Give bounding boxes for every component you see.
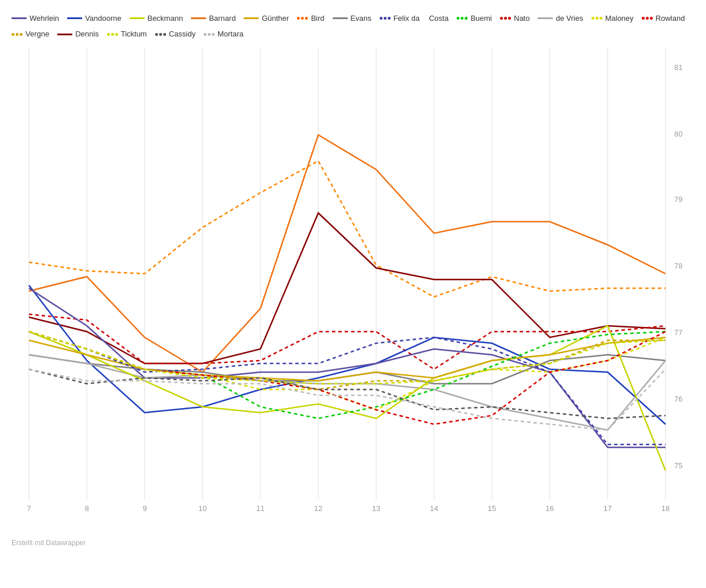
legend-dot-felix <box>380 17 391 20</box>
legend-dot-nato <box>500 17 511 20</box>
legend-label-nato: Nato <box>514 12 530 25</box>
legend-item-felix: Felix da <box>380 12 420 25</box>
chart-area: 81 80 79 78 77 76 75 7 8 9 10 11 12 13 1… <box>12 48 694 534</box>
legend-item-nato: Nato <box>500 12 530 25</box>
y-label-76: 76 <box>674 395 682 403</box>
legend-dot-rowland <box>642 17 653 20</box>
legend-item-beckmann: Beckmann <box>130 12 183 25</box>
x-label-9: 9 <box>142 504 146 513</box>
x-label-14: 14 <box>430 504 438 513</box>
legend-dot-buemi <box>457 17 468 20</box>
legend-item-evans: Evans <box>333 12 372 25</box>
legend-item-cassidy: Cassidy <box>155 27 196 41</box>
legend-dot-mortara <box>204 33 215 36</box>
legend-item-gunther: Günther <box>244 12 289 25</box>
legend-item-vergne: Vergne <box>12 27 49 41</box>
legend-label-gunther: Günther <box>262 12 289 25</box>
chart-legend: Wehrlein Vandoorne Beckmann Barnard Günt… <box>12 12 694 41</box>
legend-item-dennis: Dennis <box>57 27 98 41</box>
chart-container: Wehrlein Vandoorne Beckmann Barnard Günt… <box>0 0 706 588</box>
main-chart-svg: 81 80 79 78 77 76 75 7 8 9 10 11 12 13 1… <box>12 48 694 534</box>
x-label-13: 13 <box>372 504 380 513</box>
legend-line-evans <box>333 17 348 19</box>
legend-line-dennis <box>57 34 72 35</box>
x-label-8: 8 <box>84 504 89 513</box>
legend-line-vandoorne <box>67 17 82 19</box>
legend-item-costa: Costa <box>428 12 448 25</box>
legend-dot-vergne <box>12 33 23 36</box>
legend-label-vergne: Vergne <box>25 27 49 41</box>
y-label-75: 75 <box>674 461 682 470</box>
legend-line-beckmann <box>130 17 145 19</box>
y-label-78: 78 <box>674 262 682 270</box>
legend-label-evans: Evans <box>351 12 372 25</box>
legend-label-ticktum: Ticktum <box>121 27 147 41</box>
legend-dot-cassidy <box>155 33 166 36</box>
legend-line-wehrlein <box>12 17 27 19</box>
legend-line-devries <box>538 17 553 19</box>
legend-item-barnard: Barnard <box>191 12 236 25</box>
legend-label-dennis: Dennis <box>75 27 98 41</box>
x-label-10: 10 <box>198 504 207 513</box>
legend-label-wehrlein: Wehrlein <box>30 12 59 25</box>
legend-item-rowland: Rowland <box>642 12 685 25</box>
legend-item-buemi: Buemi <box>457 12 492 25</box>
legend-label-barnard: Barnard <box>209 12 236 25</box>
legend-line-gunther <box>244 17 259 19</box>
legend-label-bird: Bird <box>311 12 324 25</box>
legend-label-vandoorne: Vandoorne <box>85 12 122 25</box>
legend-dot-ticktum <box>107 33 118 36</box>
legend-item-vandoorne: Vandoorne <box>67 12 122 25</box>
y-label-79: 79 <box>674 195 682 204</box>
y-label-81: 81 <box>674 63 682 72</box>
x-label-17: 17 <box>604 504 612 513</box>
legend-item-ticktum: Ticktum <box>107 27 147 41</box>
legend-item-mortara: Mortara <box>204 27 244 41</box>
legend-dot-bird <box>297 17 308 20</box>
y-label-77: 77 <box>674 328 682 337</box>
legend-item-bird: Bird <box>297 12 324 25</box>
x-label-12: 12 <box>314 504 322 513</box>
x-label-7: 7 <box>27 504 31 513</box>
legend-label-maloney: Maloney <box>605 12 634 25</box>
legend-line-barnard <box>191 17 206 19</box>
x-label-15: 15 <box>488 504 496 513</box>
legend-item-wehrlein: Wehrlein <box>12 12 59 25</box>
legend-label-felix: Felix da <box>394 12 420 25</box>
y-label-80: 80 <box>674 130 682 138</box>
legend-label-buemi: Buemi <box>470 12 492 25</box>
legend-label-cassidy: Cassidy <box>169 27 196 41</box>
legend-item-maloney: Maloney <box>591 12 634 25</box>
footer-text: Erstellt mit Datawrapper <box>12 539 86 547</box>
legend-item-devries: de Vries <box>538 12 583 25</box>
legend-label-mortara: Mortara <box>218 27 244 41</box>
legend-label-rowland: Rowland <box>656 12 685 25</box>
legend-label-costa: Costa <box>429 12 448 25</box>
legend-label-devries: de Vries <box>556 12 583 25</box>
x-label-11: 11 <box>256 504 264 513</box>
chart-footer: Erstellt mit Datawrapper <box>12 539 694 547</box>
legend-dot-maloney <box>591 17 602 20</box>
legend-label-beckmann: Beckmann <box>148 12 183 25</box>
x-label-16: 16 <box>546 504 554 513</box>
svg-rect-0 <box>12 48 671 511</box>
x-label-18: 18 <box>661 504 670 513</box>
